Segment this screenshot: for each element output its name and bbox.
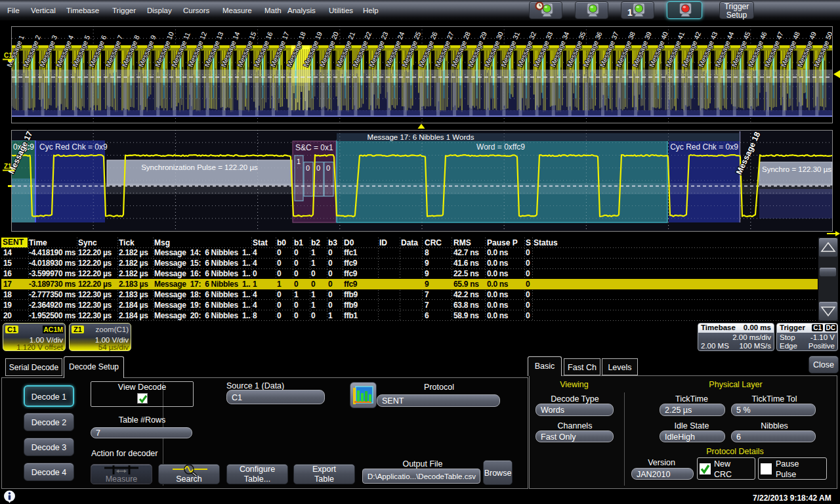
svg-text:Synchro = 122.30 µs: Synchro = 122.30 µs	[762, 165, 831, 173]
svg-text:0: 0	[326, 164, 330, 172]
svg-text:Cyc Red Chk = 0x9: Cyc Red Chk = 0x9	[39, 142, 108, 152]
svg-text:0: 0	[306, 164, 310, 172]
svg-text:Message 17: 6 Nibbles 1 Wor: Message 17: 6 Nibbles 1 Words	[368, 133, 474, 141]
svg-text:1: 1	[627, 7, 633, 18]
svg-text:S&C = 0x1: S&C = 0x1	[295, 143, 333, 152]
svg-text:Synchronization Pulse = 122.20: Synchronization Pulse = 122.20 µs	[141, 163, 258, 171]
svg-text:Word = 0xffc9: Word = 0xffc9	[476, 142, 525, 152]
svg-text:1: 1	[297, 158, 301, 165]
svg-text:0: 0	[316, 164, 320, 172]
svg-text:C1: C1	[4, 52, 12, 59]
svg-text:Z1: Z1	[4, 163, 12, 170]
svg-text:Cyc Red Chk = 0x9: Cyc Red Chk = 0x9	[670, 142, 738, 152]
